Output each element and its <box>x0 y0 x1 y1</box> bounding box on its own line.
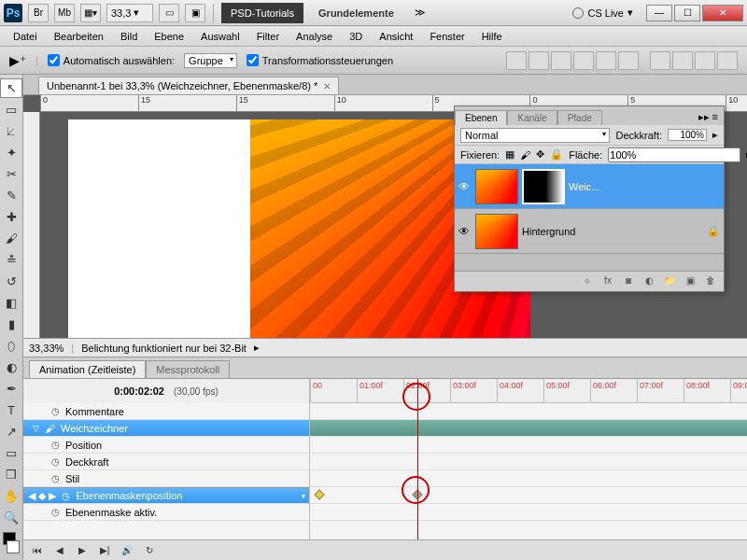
layer-row[interactable]: 👁 Weic... <box>455 164 724 209</box>
first-frame-button[interactable]: ⏮ <box>29 543 46 558</box>
visibility-icon[interactable]: 👁 <box>458 225 472 238</box>
heal-tool[interactable]: ✚ <box>0 207 22 227</box>
loop-button[interactable]: ↻ <box>141 543 158 558</box>
arrange-button[interactable]: ▭ <box>159 4 179 22</box>
distribute-icon[interactable] <box>650 51 670 70</box>
panel-tab-kanaele[interactable]: Kanäle <box>507 110 557 125</box>
hand-tool[interactable]: ✋ <box>0 486 22 506</box>
menu-hilfe[interactable]: Hilfe <box>474 28 510 45</box>
layer-name[interactable]: Hintergrund <box>522 226 575 237</box>
track-maskactive[interactable]: ◷Ebenenmaske aktiv. <box>23 504 309 521</box>
blend-mode-select[interactable]: Normal <box>460 128 610 143</box>
track-comments[interactable]: ◷Kommentare <box>23 403 309 420</box>
dodge-tool[interactable]: ◐ <box>0 357 22 377</box>
lock-move-icon[interactable]: ✥ <box>536 148 544 161</box>
bridge-button[interactable]: Br <box>28 4 49 22</box>
panel-menu-icon[interactable]: ▸▸ ≡ <box>693 109 724 125</box>
screen-mode-button[interactable]: ▣ <box>185 4 205 22</box>
menu-filter[interactable]: Filter <box>249 28 287 45</box>
next-frame-button[interactable]: ▶| <box>96 543 113 558</box>
stopwatch-icon[interactable]: ◷ <box>51 473 60 483</box>
gradient-tool[interactable]: ▮ <box>0 315 22 334</box>
layer-name[interactable]: Weic... <box>569 181 599 192</box>
document-tab[interactable]: Unbenannt-1 bei 33,3% (Weichzeichner, Eb… <box>38 77 339 94</box>
distribute-icon[interactable] <box>672 51 693 70</box>
type-tool[interactable]: T <box>0 400 22 420</box>
align-icon[interactable] <box>596 51 616 70</box>
menu-3d[interactable]: 3D <box>342 28 370 45</box>
new-layer-icon[interactable]: ▣ <box>683 275 698 288</box>
timeline-timecode[interactable]: 0:00:02:02(30,00 fps) <box>23 379 309 403</box>
fx-icon[interactable]: fx <box>600 275 615 288</box>
link-layers-icon[interactable]: ⟐ <box>580 275 595 288</box>
path-tool[interactable]: ↗ <box>0 422 22 441</box>
track-position[interactable]: ◷Position <box>23 437 309 454</box>
track-layer[interactable]: ▽🖌Weichzeichner <box>23 420 309 437</box>
cslive-button[interactable]: CS Live▾ <box>572 7 633 19</box>
fill-input[interactable] <box>608 147 740 162</box>
menu-fenster[interactable]: Fenster <box>422 28 472 45</box>
transform-controls-checkbox[interactable]: Transformationssteuerungen <box>247 54 393 66</box>
distribute-icon[interactable] <box>717 51 738 70</box>
wand-tool[interactable]: ✦ <box>0 143 22 162</box>
color-swatches[interactable] <box>0 529 22 556</box>
tab-animation[interactable]: Animation (Zeitleiste) <box>29 360 146 378</box>
trash-icon[interactable]: 🗑 <box>703 275 718 288</box>
playhead[interactable] <box>417 379 418 539</box>
menu-ebene[interactable]: Ebene <box>147 28 191 45</box>
shape-tool[interactable]: ▭ <box>0 443 22 463</box>
lock-paint-icon[interactable]: 🖌 <box>520 149 530 161</box>
layer-thumb[interactable] <box>475 169 518 204</box>
track-style[interactable]: ◷Stil <box>23 470 309 487</box>
lasso-tool[interactable]: ⟀ <box>0 121 22 141</box>
group-icon[interactable]: 📁 <box>662 275 677 288</box>
lock-all-icon[interactable]: 🔒 <box>550 148 563 161</box>
workspace-more-icon[interactable]: ≫ <box>415 7 426 19</box>
lock-transparent-icon[interactable]: ▦ <box>505 148 514 161</box>
zoom-field[interactable]: 33,3 ▾ <box>106 4 153 22</box>
eraser-tool[interactable]: ◧ <box>0 293 22 313</box>
mask-icon[interactable]: ◙ <box>621 275 636 288</box>
view-extras-button[interactable]: ▦▾ <box>80 4 101 22</box>
menu-bild[interactable]: Bild <box>113 28 145 45</box>
layer-thumb[interactable] <box>475 214 518 249</box>
stopwatch-icon[interactable]: ◷ <box>51 406 60 416</box>
stopwatch-icon[interactable]: ◷ <box>62 491 70 501</box>
layer-row[interactable]: 👁 Hintergrund 🔒 <box>455 209 724 254</box>
workspace-tab-grundelemente[interactable]: Grundelemente <box>309 3 403 23</box>
audio-button[interactable]: 🔊 <box>119 543 135 558</box>
keyframe-icon[interactable] <box>314 489 324 499</box>
zoom-tool[interactable]: 🔍 <box>0 508 22 527</box>
crop-tool[interactable]: ✂ <box>0 164 22 184</box>
menu-analyse[interactable]: Analyse <box>289 28 340 45</box>
auto-select-type[interactable]: Gruppe <box>184 53 237 68</box>
menu-auswahl[interactable]: Auswahl <box>193 28 247 45</box>
panel-tab-ebenen[interactable]: Ebenen <box>455 110 507 125</box>
eyedropper-tool[interactable]: ✎ <box>0 186 22 205</box>
timeline-ruler[interactable]: 0001:00f02:00f03:00f04:00f05:00f06:00f07… <box>310 379 747 403</box>
stopwatch-icon[interactable]: ◷ <box>51 507 60 517</box>
stamp-tool[interactable]: ≛ <box>0 250 22 270</box>
track-opacity[interactable]: ◷Deckkraft <box>23 454 309 470</box>
align-icon[interactable] <box>618 51 639 70</box>
mask-thumb[interactable] <box>522 169 565 204</box>
close-tab-icon[interactable]: ✕ <box>323 81 331 91</box>
menu-datei[interactable]: Datei <box>6 28 45 45</box>
stopwatch-icon[interactable]: ◷ <box>51 456 60 467</box>
pen-tool[interactable]: ✒ <box>0 379 22 399</box>
blur-tool[interactable]: ⬯ <box>0 336 22 356</box>
align-icon[interactable] <box>529 51 549 70</box>
canvas[interactable] <box>68 119 498 357</box>
close-button[interactable]: ✕ <box>702 5 743 21</box>
stopwatch-icon[interactable]: ◷ <box>51 440 60 450</box>
align-icon[interactable] <box>551 51 571 70</box>
opacity-input[interactable] <box>668 129 707 141</box>
menu-bearbeiten[interactable]: Bearbeiten <box>47 28 111 45</box>
minimize-button[interactable]: — <box>646 5 672 21</box>
align-icon[interactable] <box>506 51 527 70</box>
status-zoom[interactable]: 33,33% <box>29 343 63 354</box>
maximize-button[interactable]: ☐ <box>674 5 700 21</box>
prev-frame-button[interactable]: ◀ <box>51 543 68 558</box>
minibridge-button[interactable]: Mb <box>54 4 75 22</box>
play-button[interactable]: ▶ <box>74 543 91 558</box>
